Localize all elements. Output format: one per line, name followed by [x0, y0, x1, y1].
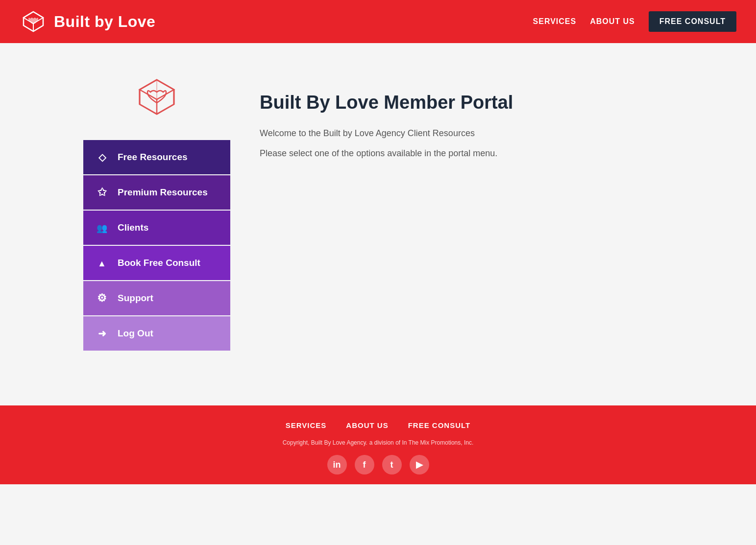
- twitter-icon[interactable]: t: [382, 455, 402, 474]
- menu-logout-label: Log Out: [118, 328, 153, 339]
- menu-free-label: Free Resources: [118, 152, 188, 163]
- brand-name: Built by Love: [54, 13, 155, 31]
- star-icon: [95, 186, 109, 199]
- instruction-text: Please select one of the options availab…: [260, 147, 554, 160]
- logout-icon: [95, 327, 109, 340]
- facebook-icon[interactable]: f: [355, 455, 374, 474]
- menu-premium-label: Premium Resources: [118, 187, 208, 198]
- footer-nav: SERVICES ABOUT US FREE CONSULT: [0, 421, 756, 429]
- consult-icon: [95, 257, 109, 269]
- site-header: Built by Love SERVICES ABOUT US FREE CON…: [0, 0, 756, 43]
- nav-services[interactable]: SERVICES: [533, 17, 577, 26]
- sidebar: Free Resources Premium Resources Clients…: [83, 72, 230, 386]
- footer-about[interactable]: ABOUT US: [346, 421, 388, 429]
- gear-icon: [95, 292, 109, 305]
- menu-logout[interactable]: Log Out: [83, 316, 230, 351]
- menu-support[interactable]: Support: [83, 281, 230, 315]
- site-footer: SERVICES ABOUT US FREE CONSULT Copyright…: [0, 405, 756, 484]
- nav-about[interactable]: ABOUT US: [590, 17, 635, 26]
- youtube-icon[interactable]: ▶: [410, 455, 429, 474]
- logo-icon: [20, 8, 47, 35]
- copyright-sub: a division of In The Mix Promotions, Inc…: [369, 439, 474, 446]
- copyright-main: Copyright, Built By Love Agency.: [283, 439, 367, 446]
- nav-consult-button[interactable]: FREE CONSULT: [649, 11, 736, 32]
- sidebar-logo-icon: [130, 72, 184, 126]
- sidebar-logo: [83, 72, 230, 126]
- linkedin-icon[interactable]: in: [327, 455, 347, 474]
- social-icons: in f t ▶: [0, 455, 756, 474]
- main-content: Free Resources Premium Resources Clients…: [0, 43, 756, 405]
- welcome-text: Welcome to the Built by Love Agency Clie…: [260, 127, 554, 140]
- menu-support-label: Support: [118, 293, 153, 304]
- menu-consult-label: Book Free Consult: [118, 258, 200, 268]
- page-title: Built By Love Member Portal: [260, 92, 756, 113]
- content-area: Built By Love Member Portal Welcome to t…: [260, 72, 756, 386]
- diamond-icon: [95, 151, 109, 164]
- header-nav: SERVICES ABOUT US FREE CONSULT: [533, 11, 736, 32]
- footer-consult[interactable]: FREE CONSULT: [408, 421, 471, 429]
- menu-premium-resources[interactable]: Premium Resources: [83, 175, 230, 210]
- menu-free-resources[interactable]: Free Resources: [83, 140, 230, 174]
- menu-book-consult[interactable]: Book Free Consult: [83, 246, 230, 280]
- footer-services[interactable]: SERVICES: [286, 421, 327, 429]
- menu-clients[interactable]: Clients: [83, 211, 230, 245]
- menu-clients-label: Clients: [118, 222, 148, 233]
- footer-copyright: Copyright, Built By Love Agency. a divis…: [0, 438, 756, 446]
- logo-link[interactable]: Built by Love: [20, 8, 155, 35]
- clients-icon: [95, 221, 109, 234]
